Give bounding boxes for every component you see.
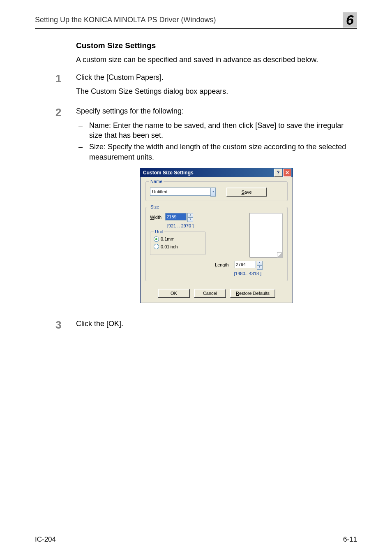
page-header: Setting Up the KONICA MINOLTA PS Driver … <box>35 12 357 29</box>
unit-mm-option[interactable]: 0.1mm <box>154 236 202 242</box>
name-input[interactable] <box>150 188 210 196</box>
width-label: Width <box>150 215 161 220</box>
step-number: 1 <box>55 72 76 101</box>
unit-mm-label: 0.1mm <box>161 236 175 242</box>
spin-down-icon[interactable]: ▼ <box>187 218 193 222</box>
unit-legend: Unit <box>154 229 164 235</box>
footer-model: IC-204 <box>35 535 56 544</box>
name-groupbox: Name ▾ Save <box>145 181 288 201</box>
close-icon[interactable]: ✕ <box>283 169 291 177</box>
step-3: 3 Click the [OK]. <box>76 319 357 333</box>
size-legend: Size <box>149 204 160 210</box>
length-label: Length <box>215 262 229 268</box>
custom-size-dialog: Custom Size Settings ? ✕ Name <box>140 168 293 303</box>
step-2: 2 Specify settings for the following: Na… <box>76 106 357 313</box>
length-input[interactable] <box>235 261 256 268</box>
radio-checked-icon[interactable] <box>154 236 159 242</box>
step-1-line-2: The Custom Size Settings dialog box appe… <box>76 86 228 96</box>
step-3-line-1: Click the [OK]. <box>76 319 123 329</box>
width-range: [921 .. 2970 ] <box>167 223 215 229</box>
save-button[interactable]: Save <box>226 188 267 197</box>
step-1: 1 Click the [Custom Papers]. The Custom … <box>76 72 357 101</box>
spin-up-icon[interactable]: ▲ <box>187 213 193 218</box>
cancel-button[interactable]: Cancel <box>194 289 226 298</box>
name-combo[interactable]: ▾ <box>150 188 216 197</box>
step-2-bullet-name: Name: Enter the name to be saved, and th… <box>76 120 357 141</box>
chapter-number: 6 <box>343 12 357 28</box>
name-legend: Name <box>149 178 164 185</box>
step-1-line-1: Click the [Custom Papers]. <box>76 72 228 82</box>
section-intro: A custom size can be specified and saved… <box>76 55 357 65</box>
paper-preview <box>249 213 282 257</box>
step-number: 3 <box>55 319 76 333</box>
section-title: Custom Size Settings <box>76 41 357 50</box>
help-icon[interactable]: ? <box>274 169 282 177</box>
unit-groupbox: Unit 0.1mm 0.01inch <box>150 232 206 255</box>
width-spinner[interactable]: ▲ ▼ <box>165 213 193 222</box>
dialog-titlebar[interactable]: Custom Size Settings ? ✕ <box>141 168 293 177</box>
page-footer: IC-204 6-11 <box>35 532 357 544</box>
length-spinner[interactable]: ▲ ▼ <box>235 261 263 270</box>
spin-down-icon[interactable]: ▼ <box>257 265 263 270</box>
chevron-down-icon[interactable]: ▾ <box>210 188 216 197</box>
length-range: [1480.. 4318 ] <box>234 271 283 277</box>
step-number: 2 <box>55 106 76 313</box>
unit-inch-option[interactable]: 0.01inch <box>154 244 202 250</box>
dialog-title: Custom Size Settings <box>143 169 273 176</box>
radio-unchecked-icon[interactable] <box>154 244 159 249</box>
running-title: Setting Up the KONICA MINOLTA PS Driver … <box>35 16 216 24</box>
footer-page-number: 6-11 <box>343 535 357 544</box>
restore-defaults-button[interactable]: Restore Defaults <box>230 289 275 298</box>
size-groupbox: Size Width ▲ <box>145 207 288 281</box>
step-2-bullet-size: Size: Specify the width and length of th… <box>76 142 357 162</box>
step-2-line-1: Specify settings for the following: <box>76 106 357 116</box>
ok-button[interactable]: OK <box>158 289 190 298</box>
width-input[interactable] <box>165 213 187 220</box>
unit-inch-label: 0.01inch <box>161 244 178 250</box>
spin-up-icon[interactable]: ▲ <box>257 261 263 265</box>
